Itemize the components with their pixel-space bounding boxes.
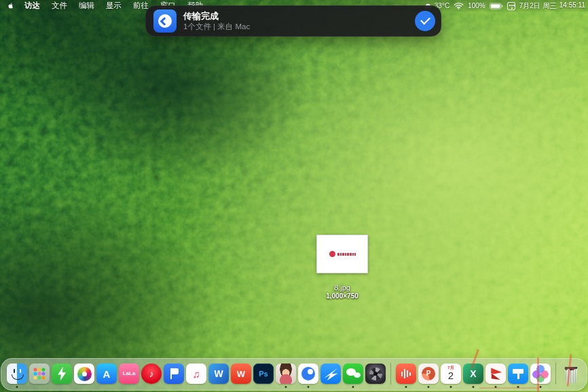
blue-flag-app-icon: [164, 364, 184, 384]
trash-basket: [564, 366, 578, 383]
red-annotation-stroke: [479, 387, 539, 389]
checkmark-icon[interactable]: [415, 11, 435, 31]
menu-item-4[interactable]: 显示: [106, 1, 122, 11]
excel-glyph: X: [470, 369, 476, 378]
dock-item-calendar[interactable]: 7月2: [441, 364, 461, 384]
image-thumbnail: [316, 235, 368, 273]
running-indicator: [16, 386, 18, 388]
dock-item-redflag[interactable]: [485, 364, 506, 384]
date: 7月2日: [519, 1, 540, 11]
blue-circle-app-icon: [298, 364, 318, 384]
powerpoint-glyph: P: [426, 370, 431, 377]
dock-item-gamecenter[interactable]: [530, 364, 551, 384]
word-icon: W: [208, 364, 229, 384]
dock-item-thunder[interactable]: [320, 364, 341, 384]
battery-icon[interactable]: [490, 3, 503, 9]
file-resolution: 1,000×750: [316, 292, 369, 300]
menu-item-2[interactable]: 文件: [52, 1, 67, 11]
desktop-file[interactable]: 8.jpg 1,000×750: [316, 235, 369, 300]
menu-item-3[interactable]: 编辑: [79, 1, 94, 11]
wallpaper: [0, 0, 588, 392]
dock-item-aperture[interactable]: [365, 364, 386, 384]
menu-bar-clock[interactable]: 7月2日 周三 14:55:11: [519, 1, 585, 11]
dock-item-wechat[interactable]: [343, 364, 363, 384]
photoshop-icon: Ps: [253, 364, 274, 384]
running-indicator: [285, 386, 287, 388]
dock-item-excel[interactable]: X: [463, 364, 483, 384]
lala-glyph: LaLa: [123, 371, 136, 376]
music-glyph: ♫: [192, 369, 200, 379]
localsend-icon: [153, 9, 177, 33]
notification-banner[interactable]: 传输完成 1个文件 | 来自 Mac: [145, 5, 441, 37]
dock-item-photoshop[interactable]: Ps: [253, 364, 274, 384]
desktop: 访达文件编辑显示前往窗口帮助 33°C 100% 7月2日 周三 14:55:1…: [0, 0, 588, 392]
dock-item-trash[interactable]: [561, 364, 581, 384]
running-indicator: [428, 386, 430, 388]
menu-item-1[interactable]: 访达: [24, 1, 40, 11]
running-indicator: [308, 386, 310, 388]
running-indicator: [450, 386, 452, 388]
weekday: 周三: [543, 1, 557, 11]
lightning-app-icon: [52, 364, 72, 384]
dock-divider: [390, 363, 391, 385]
game-center-icon: [530, 364, 551, 384]
photoshop-glyph: Ps: [259, 370, 268, 378]
dock-item-avatar[interactable]: [276, 364, 296, 384]
dock-item-keynote[interactable]: [508, 364, 528, 384]
file-name: 8.jpg: [316, 283, 369, 292]
excel-icon: X: [463, 364, 483, 384]
appstore-glyph: A: [103, 369, 111, 379]
app-store-icon: A: [96, 364, 117, 384]
apple-music-icon: ♫: [186, 364, 206, 384]
dock-item-appstore[interactable]: A: [96, 364, 117, 384]
apple-logo-icon: [7, 1, 15, 10]
finder-icon: [7, 364, 27, 384]
thumbnail-red-logo-icon: [329, 251, 335, 257]
dock-item-bluecircle[interactable]: [298, 364, 318, 384]
wifi-icon[interactable]: [454, 2, 464, 9]
dock-item-finder[interactable]: [7, 364, 27, 384]
running-indicator: [540, 386, 542, 388]
dock-item-powerpoint[interactable]: P: [418, 364, 439, 384]
time: 14:55:11: [559, 1, 585, 11]
running-indicator: [405, 386, 407, 388]
keynote-icon: [508, 364, 528, 384]
dock-divider: [555, 363, 556, 385]
dock-item-launchpad[interactable]: [29, 364, 50, 384]
dock-item-lightning[interactable]: [52, 364, 72, 384]
thumbnail-red-text: [337, 253, 356, 256]
word-glyph: W: [214, 369, 223, 378]
trash-icon: [561, 364, 581, 384]
input-method-icon[interactable]: [507, 2, 515, 10]
apple-menu[interactable]: [7, 1, 15, 10]
thunder-app-icon: [320, 364, 341, 384]
running-indicator: [352, 386, 354, 388]
powerpoint-icon: P: [418, 364, 439, 384]
dock-item-word[interactable]: W: [208, 364, 229, 384]
aperture-app-icon: [365, 364, 386, 384]
battery-percent: 100%: [468, 2, 485, 9]
netease-music-icon: ♪: [141, 364, 162, 384]
ximalaya-icon: [396, 364, 416, 384]
calendar-day: 2: [448, 370, 454, 381]
dock-item-blueflag[interactable]: [164, 364, 184, 384]
status-bar: 33°C 100% 7月2日 周三 14:55:11: [424, 0, 585, 12]
running-indicator: [473, 386, 475, 388]
dock-item-ximalaya[interactable]: [396, 364, 416, 384]
dock-item-lala[interactable]: LaLa: [119, 364, 139, 384]
photos-icon: [74, 364, 94, 384]
notification-title: 传输完成: [183, 11, 415, 21]
dock-item-netease[interactable]: ♪: [141, 364, 162, 384]
wps-glyph: W: [237, 370, 245, 378]
dock-item-music[interactable]: ♫: [186, 364, 206, 384]
wps-office-icon: W: [231, 364, 251, 384]
notification-text: 传输完成 1个文件 | 来自 Mac: [183, 11, 415, 31]
netease-glyph: ♪: [149, 369, 154, 378]
dock-item-wps[interactable]: W: [231, 364, 251, 384]
red-flag-app-icon: [485, 364, 506, 384]
launchpad-icon: [29, 364, 50, 384]
dock-item-photos[interactable]: [74, 364, 94, 384]
dock: ALaLa♪♫WWPsP7月2X: [1, 358, 587, 391]
avatar-app-icon: [276, 364, 296, 384]
notification-subtitle: 1个文件 | 来自 Mac: [183, 22, 415, 31]
